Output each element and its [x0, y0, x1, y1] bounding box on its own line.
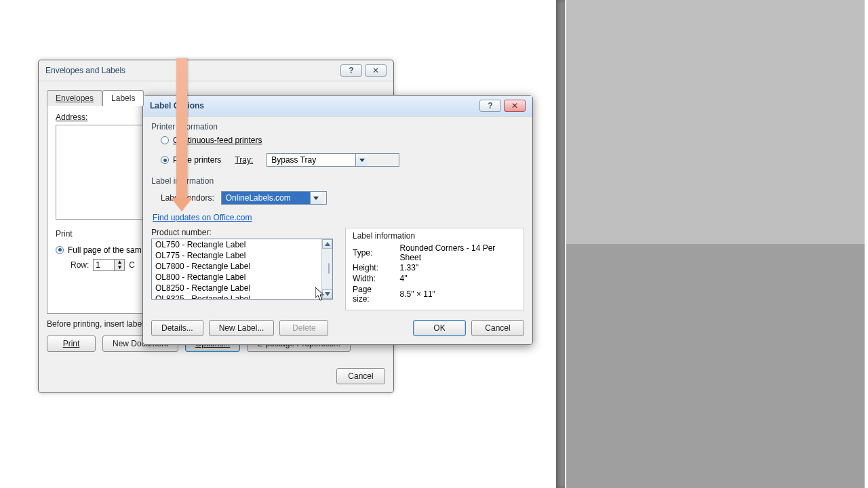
list-item[interactable]: OL8250 - Rectangle Label	[152, 283, 321, 293]
tab-labels-label: Labels	[111, 94, 135, 103]
label-options-dialog: Label Options ? ✕ Printer information Co…	[142, 95, 533, 345]
pagesize-value: 8.5" × 11"	[400, 284, 517, 304]
new-label-button[interactable]: New Label...	[209, 320, 275, 336]
radio-page-printers[interactable]: Page printers	[161, 155, 221, 165]
close-icon: ✕	[511, 101, 518, 110]
row-spinner[interactable]: ▲ ▼	[93, 259, 125, 271]
address-textbox[interactable]	[56, 125, 144, 220]
type-value: Rounded Corners - 14 Per Sheet	[400, 243, 517, 262]
delete-button[interactable]: Delete	[279, 320, 328, 336]
spinner-down-icon[interactable]: ▼	[115, 265, 124, 270]
tray-combo[interactable]: Bypass Tray	[267, 153, 399, 167]
label-info-table: Type: Rounded Corners - 14 Per Sheet Hei…	[353, 243, 517, 304]
chevron-down-icon[interactable]	[310, 192, 322, 204]
tray-value: Bypass Tray	[267, 154, 355, 166]
height-value: 1.33"	[400, 262, 517, 273]
product-number-listbox[interactable]: OL750 - Rectangle Label OL775 - Rectangl…	[151, 239, 333, 300]
list-item[interactable]: OL775 - Rectangle Label	[152, 250, 321, 261]
info-panel-heading: Label information	[353, 231, 517, 241]
close-icon: ✕	[372, 66, 379, 75]
vendors-value: OnlineLabels.com	[222, 192, 310, 204]
list-item[interactable]: OL750 - Rectangle Label	[152, 239, 321, 250]
scroll-thumb[interactable]	[328, 263, 330, 274]
label-options-titlebar: Label Options ? ✕	[143, 96, 532, 117]
printer-info-heading: Printer information	[151, 122, 524, 131]
help-icon: ?	[488, 101, 492, 110]
help-icon: ?	[349, 66, 353, 75]
envelopes-cancel-button[interactable]: Cancel	[336, 368, 385, 384]
envelopes-dialog-title: Envelopes and Labels	[45, 66, 125, 75]
help-button[interactable]: ?	[340, 64, 362, 77]
svg-marker-0	[325, 242, 330, 246]
radio-full-page[interactable]: Full page of the sam	[56, 245, 142, 255]
radio-dot-icon	[161, 156, 169, 164]
find-updates-link[interactable]: Find updates on Office.com	[153, 213, 252, 222]
chevron-down-icon[interactable]	[355, 154, 368, 166]
radio-dot-icon	[161, 136, 169, 144]
details-button[interactable]: Details...	[151, 320, 203, 336]
pagesize-label: Page size:	[353, 284, 400, 304]
height-label: Height:	[353, 262, 400, 273]
list-item[interactable]: OL8325 - Rectangle Label	[152, 293, 321, 299]
envelopes-dialog-titlebar: Envelopes and Labels ? ✕	[39, 60, 393, 81]
label-options-cancel-button[interactable]: Cancel	[471, 320, 524, 336]
list-item[interactable]: OL7800 - Rectangle Label	[152, 261, 321, 272]
annotation-arrow	[176, 58, 187, 199]
tray-label: Tray:	[235, 155, 253, 165]
product-list-items: OL750 - Rectangle Label OL775 - Rectangl…	[152, 239, 321, 299]
type-label: Type:	[353, 243, 400, 262]
label-info-heading: Label information	[151, 176, 524, 186]
width-label: Width:	[353, 273, 400, 284]
scroll-up-button[interactable]	[322, 239, 332, 249]
help-button[interactable]: ?	[479, 100, 501, 112]
tab-envelopes-label: Envelopes	[56, 94, 94, 103]
close-button[interactable]: ✕	[504, 100, 526, 112]
print-button[interactable]: Print	[47, 336, 96, 352]
row-input[interactable]	[93, 259, 115, 271]
list-item[interactable]: OL800 - Rectangle Label	[152, 272, 321, 283]
ok-button[interactable]: OK	[413, 320, 466, 336]
product-number-label: Product number:	[151, 228, 333, 237]
close-button[interactable]: ✕	[365, 64, 387, 77]
row-label: Row:	[71, 260, 89, 270]
width-value: 4"	[400, 273, 517, 284]
radio-dot-icon	[56, 246, 64, 254]
tab-labels[interactable]: Labels	[102, 90, 144, 106]
mouse-cursor-icon	[315, 287, 326, 301]
radio-full-page-label: Full page of the sam	[68, 245, 142, 255]
vendors-combo[interactable]: OnlineLabels.com	[221, 191, 327, 205]
tab-envelopes[interactable]: Envelopes	[47, 90, 102, 106]
column-label-fragment: C	[129, 260, 135, 270]
background-right-panel	[556, 0, 868, 488]
